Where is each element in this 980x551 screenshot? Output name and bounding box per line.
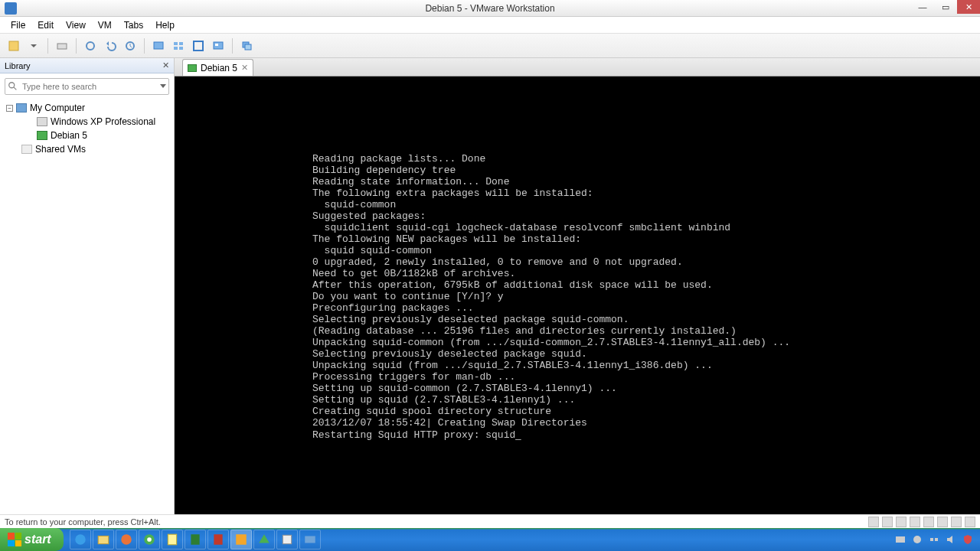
minimize-button[interactable]: — <box>911 0 934 14</box>
svg-rect-5 <box>174 42 178 45</box>
tray-volume-icon[interactable] <box>945 533 957 546</box>
tree-label: Windows XP Professional <box>51 116 155 127</box>
device-printer-icon[interactable] <box>951 517 962 527</box>
app-icon <box>5 2 17 15</box>
vm-console[interactable]: Reading package lists... Done Building d… <box>175 77 980 514</box>
task-vmware-icon[interactable] <box>230 530 252 549</box>
tab-label: Debian 5 <box>201 63 237 73</box>
quick-launch <box>70 530 321 549</box>
vm-on-icon <box>188 64 197 72</box>
close-button[interactable]: ✕ <box>957 0 980 14</box>
search-dropdown-icon[interactable] <box>160 84 166 88</box>
library-search-input[interactable] <box>5 78 169 95</box>
ql-explorer-icon[interactable] <box>93 530 114 549</box>
svg-rect-29 <box>930 538 933 541</box>
svg-point-16 <box>75 534 86 545</box>
content-area: Debian 5 ✕ Reading package lists... Done… <box>175 58 980 514</box>
tray-icon[interactable] <box>911 533 923 546</box>
device-hdd-icon[interactable] <box>868 517 879 527</box>
send-ctrl-alt-del-button[interactable] <box>53 37 71 55</box>
svg-point-2 <box>87 42 94 50</box>
svg-line-15 <box>14 87 17 90</box>
vm-off-icon <box>37 117 47 126</box>
maximize-button[interactable]: ▭ <box>934 0 957 14</box>
status-bar: To return to your computer, press Ctrl+A… <box>0 514 980 528</box>
window-titlebar: Debian 5 - VMware Workstation — ▭ ✕ <box>0 0 980 17</box>
tab-debian[interactable]: Debian 5 ✕ <box>182 59 253 76</box>
menu-help[interactable]: Help <box>149 18 181 32</box>
search-icon <box>8 81 18 92</box>
show-console-button[interactable] <box>149 37 168 55</box>
start-label: start <box>24 533 51 546</box>
ql-notes-icon[interactable] <box>162 530 183 549</box>
menu-file[interactable]: File <box>5 18 31 32</box>
device-cd-icon[interactable] <box>882 517 893 527</box>
library-tree[interactable]: − My Computer Windows XP Professional De… <box>0 99 174 514</box>
ql-app1-icon[interactable] <box>253 530 275 549</box>
power-dropdown[interactable] <box>24 37 43 55</box>
device-floppy-icon[interactable] <box>896 517 906 527</box>
tree-winxp[interactable]: Windows XP Professional <box>3 115 171 129</box>
system-tray <box>894 533 980 546</box>
ql-firefox-icon[interactable] <box>116 530 137 549</box>
svg-point-18 <box>121 534 132 545</box>
ql-app2-icon[interactable] <box>276 530 298 549</box>
tree-debian[interactable]: Debian 5 <box>3 129 171 142</box>
tray-shield-icon[interactable] <box>962 533 974 546</box>
svg-rect-24 <box>236 534 247 545</box>
status-device-icons <box>868 517 975 527</box>
svg-rect-1 <box>57 44 67 49</box>
start-button[interactable]: start <box>0 528 64 551</box>
unity-button[interactable] <box>209 37 227 55</box>
tree-label: My Computer <box>30 103 85 113</box>
svg-rect-8 <box>179 47 183 50</box>
ql-chrome-icon[interactable] <box>139 530 160 549</box>
svg-rect-13 <box>245 44 251 50</box>
snapshot-manager-button[interactable] <box>121 37 139 55</box>
menu-view[interactable]: View <box>60 18 92 32</box>
status-hint: To return to your computer, press Ctrl+A… <box>5 517 161 527</box>
svg-rect-23 <box>214 534 222 545</box>
device-network-icon[interactable] <box>910 517 920 527</box>
menu-edit[interactable]: Edit <box>31 18 60 32</box>
svg-rect-22 <box>191 534 199 545</box>
tab-bar: Debian 5 ✕ <box>175 58 980 77</box>
ql-excel-icon[interactable] <box>185 530 206 549</box>
fullscreen-button[interactable] <box>189 37 207 55</box>
tree-my-computer[interactable]: − My Computer <box>3 101 171 115</box>
computer-icon <box>16 103 27 112</box>
power-on-button[interactable] <box>5 37 23 55</box>
windows-logo-icon <box>8 533 21 546</box>
device-usb-icon[interactable] <box>923 517 934 527</box>
tree-label: Debian 5 <box>51 130 87 141</box>
snapshot-revert-button[interactable] <box>101 37 119 55</box>
svg-point-28 <box>913 536 921 543</box>
tree-shared-vms[interactable]: Shared VMs <box>3 142 171 156</box>
window-title: Debian 5 - VMware Workstation <box>425 3 554 14</box>
snapshot-take-button[interactable] <box>81 37 100 55</box>
ql-ie-icon[interactable] <box>70 530 91 549</box>
svg-rect-0 <box>9 41 18 51</box>
collapse-icon[interactable]: − <box>6 105 13 112</box>
tray-network-icon[interactable] <box>928 533 940 546</box>
svg-rect-26 <box>305 536 315 543</box>
device-sound-icon[interactable] <box>937 517 948 527</box>
svg-rect-11 <box>215 44 218 46</box>
cycle-windows-button[interactable] <box>237 37 256 55</box>
shared-icon <box>21 145 32 154</box>
show-thumbnail-button[interactable] <box>169 37 188 55</box>
svg-rect-27 <box>896 536 905 543</box>
tab-close-icon[interactable]: ✕ <box>241 63 248 73</box>
device-display-icon[interactable] <box>965 517 975 527</box>
svg-rect-17 <box>98 536 109 544</box>
menu-tabs[interactable]: Tabs <box>118 18 149 32</box>
ql-app3-icon[interactable] <box>299 530 321 549</box>
menu-bar: File Edit View VM Tabs Help <box>0 17 980 34</box>
tree-label: Shared VMs <box>35 144 86 155</box>
tray-icon[interactable] <box>894 533 906 546</box>
svg-rect-30 <box>935 538 938 541</box>
svg-rect-9 <box>194 41 203 51</box>
menu-vm[interactable]: VM <box>92 18 118 32</box>
ql-filezilla-icon[interactable] <box>207 530 229 549</box>
library-close-icon[interactable]: ✕ <box>162 60 169 70</box>
